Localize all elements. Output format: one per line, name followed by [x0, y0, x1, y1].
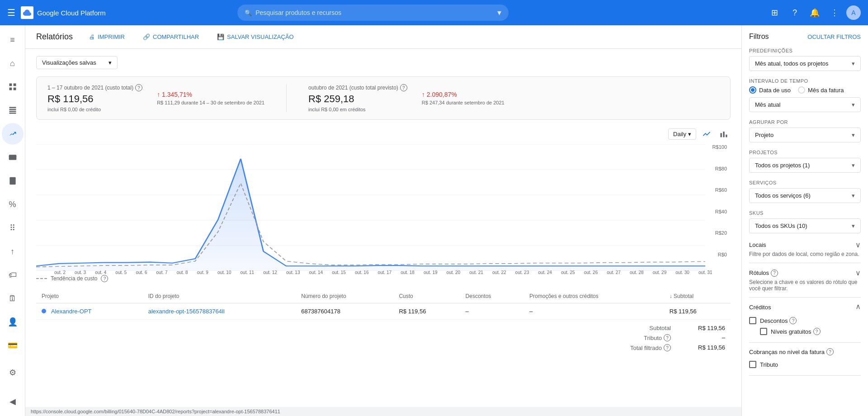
sidebar-item-schedule[interactable]: 🗓	[2, 288, 24, 309]
svg-rect-7	[9, 113, 16, 114]
checkbox-tributo-label: Tributo	[760, 361, 778, 368]
tax-help-icon[interactable]: ?	[664, 334, 671, 341]
svg-rect-6	[9, 111, 16, 112]
search-bar[interactable]: 🔍 ▾	[237, 5, 509, 21]
filter-locais-header[interactable]: Locais ∨	[749, 241, 861, 249]
filter-predefinicoes-select[interactable]: Mês atual, todos os projetos ▾	[749, 56, 861, 71]
checkbox-tributo[interactable]: Tributo	[749, 359, 861, 370]
print-icon: 🖨	[89, 33, 95, 40]
filter-skus-select[interactable]: Todos os SKUs (10) ▾	[749, 218, 861, 233]
filter-agrupar-label: Agrupar por	[749, 119, 861, 125]
filter-intervalo-radio-group: Data de uso Mês da fatura	[749, 86, 861, 94]
checkbox-niveis-gratuitos-text: Níveis gratuitos	[771, 328, 811, 335]
search-input[interactable]	[255, 9, 494, 16]
search-icon: 🔍	[245, 9, 252, 16]
trend-dash-line	[36, 278, 47, 279]
notifications-icon[interactable]: 🔔	[807, 5, 823, 21]
table-row: Alexandre-OPT alexandre-opt-15657883764l…	[36, 303, 731, 320]
table-header: Projeto ID do projeto Número do projeto …	[36, 289, 731, 303]
cost-period-forecast-text: outubro de 2021 (custo total previsto)	[308, 85, 398, 91]
filter-projetos-value: Todos os projetos (1)	[755, 162, 852, 169]
sidebar-item-settings[interactable]: ⚙	[2, 364, 24, 385]
hamburger-menu[interactable]: ☰	[7, 7, 15, 18]
filter-skus-label: SKUs	[749, 210, 861, 216]
chart-section: Daily ▾ R$100 R$80 R$60 R$40 R$20 R$0	[36, 127, 731, 282]
project-link[interactable]: Alexandre-OPT	[51, 308, 92, 315]
filter-servicos-select[interactable]: Todos os serviços (6) ▾	[749, 188, 861, 203]
svg-rect-8	[9, 155, 16, 160]
filter-servicos-value: Todos os serviços (6)	[755, 192, 852, 199]
filter-projetos-select[interactable]: Todos os projetos (1) ▾	[749, 158, 861, 173]
hide-filters-button[interactable]: OCULTAR FILTROS	[807, 33, 861, 40]
project-dot	[42, 309, 46, 313]
checkbox-descontos[interactable]: Descontos ?	[749, 315, 861, 326]
billing-table: Projeto ID do projeto Número do projeto …	[36, 289, 731, 320]
rotulos-expand-icon: ∨	[855, 269, 861, 277]
help-icon[interactable]: ?	[787, 5, 803, 21]
filter-intervalo-label: Intervalo de tempo	[749, 78, 861, 84]
daily-dropdown[interactable]: Daily ▾	[668, 128, 696, 140]
sidebar-item-table[interactable]	[2, 99, 24, 121]
filters-title: Filtros	[749, 33, 769, 41]
descontos-help-icon[interactable]: ?	[789, 317, 797, 324]
total-help-icon[interactable]: ?	[664, 344, 671, 351]
panel-header: Filtros OCULTAR FILTROS	[749, 33, 861, 41]
col-project-number: Número do projeto	[296, 289, 393, 303]
niveis-gratuitos-help-icon[interactable]: ?	[813, 328, 821, 335]
sidebar-item-billing[interactable]	[2, 147, 24, 168]
checkbox-tributo-box	[749, 361, 756, 368]
filter-creditos-title: Créditos	[749, 304, 771, 311]
sidebar-item-reports[interactable]	[2, 123, 24, 145]
sidebar-item-budgets[interactable]: %	[2, 194, 24, 215]
svg-rect-3	[13, 88, 16, 90]
sidebar-item-payment[interactable]: 💳	[2, 335, 24, 356]
avatar[interactable]: A	[846, 5, 861, 20]
apps-icon[interactable]: ⊞	[767, 5, 783, 21]
saved-views-dropdown[interactable]: Visualizações salvas ▾	[36, 56, 118, 69]
filter-skus: SKUs Todos os SKUs (10) ▾	[749, 210, 861, 233]
svg-rect-15	[723, 132, 724, 137]
bar-chart-btn[interactable]	[717, 127, 731, 141]
radio-mes-fatura[interactable]: Mês da fatura	[798, 86, 844, 94]
sidebar-item-account[interactable]: 👤	[2, 311, 24, 333]
summary-section: Subtotal R$ 119,56 Tributo ? – Total fil…	[36, 323, 731, 353]
rotulos-help-icon[interactable]: ?	[771, 269, 778, 277]
filter-mes-atual-select[interactable]: Mês atual ▾	[749, 97, 861, 112]
search-dropdown-icon[interactable]: ▾	[497, 8, 501, 18]
cobrancas-help-icon[interactable]: ?	[826, 348, 834, 355]
trend-help-icon[interactable]: ?	[101, 275, 108, 282]
share-button[interactable]: 🔗 COMPARTILHAR	[137, 31, 204, 43]
sidebar-item-overview[interactable]	[2, 76, 24, 98]
sidebar-item-tags[interactable]: 🏷	[2, 264, 24, 286]
filter-cobrancas-header[interactable]: Cobranças no nível da fatura ?	[749, 348, 861, 355]
cost-forecast-help-icon[interactable]: ?	[400, 84, 407, 91]
sidebar-item-commitments[interactable]: ⠿	[2, 217, 24, 239]
main-layout: Relatórios 🖨 IMPRIMIR 🔗 COMPARTILHAR 💾 S…	[25, 25, 741, 416]
sidebar-item-menu[interactable]: ≡	[2, 29, 24, 51]
filter-rotulos-header[interactable]: Rótulos ? ∨	[749, 269, 861, 277]
filter-agrupar-select[interactable]: Projeto ▾	[749, 128, 861, 142]
summary-subtotal-label: Subtotal	[649, 325, 671, 331]
project-id-link[interactable]: alexandre-opt-15657883764ll	[148, 308, 225, 315]
save-view-button[interactable]: 💾 SALVAR VISUALIZAÇÃO	[212, 31, 299, 43]
filter-rotulos-desc: Selecione a chave e os valores do rótulo…	[749, 279, 861, 292]
line-chart-btn[interactable]	[700, 127, 713, 141]
sidebar-item-invoices[interactable]	[2, 170, 24, 192]
filter-locais-desc: Filtre por dados de local, como região e…	[749, 251, 861, 257]
checkbox-descontos-label: Descontos ?	[760, 317, 797, 324]
checkbox-niveis-gratuitos[interactable]: Níveis gratuitos ?	[749, 326, 861, 337]
filter-creditos-header[interactable]: Créditos ∨	[749, 303, 861, 312]
radio-data-uso-circle	[749, 86, 756, 94]
checkbox-descontos-box	[749, 317, 756, 324]
more-options-icon[interactable]: ⋮	[826, 5, 843, 21]
share-label: COMPARTILHAR	[153, 33, 199, 40]
radio-data-uso[interactable]: Data de uso	[749, 86, 791, 94]
chart-svg	[36, 144, 731, 271]
cost-current-help-icon[interactable]: ?	[135, 84, 142, 91]
filter-rotulos-title: Rótulos	[749, 269, 769, 276]
saved-views-chevron-icon: ▾	[108, 59, 112, 66]
sidebar-item-home[interactable]: ⌂	[2, 52, 24, 74]
sidebar-item-export[interactable]: ↑	[2, 241, 24, 262]
sidebar-collapse-btn[interactable]: ◀	[2, 392, 24, 414]
print-button[interactable]: 🖨 IMPRIMIR	[84, 31, 130, 43]
